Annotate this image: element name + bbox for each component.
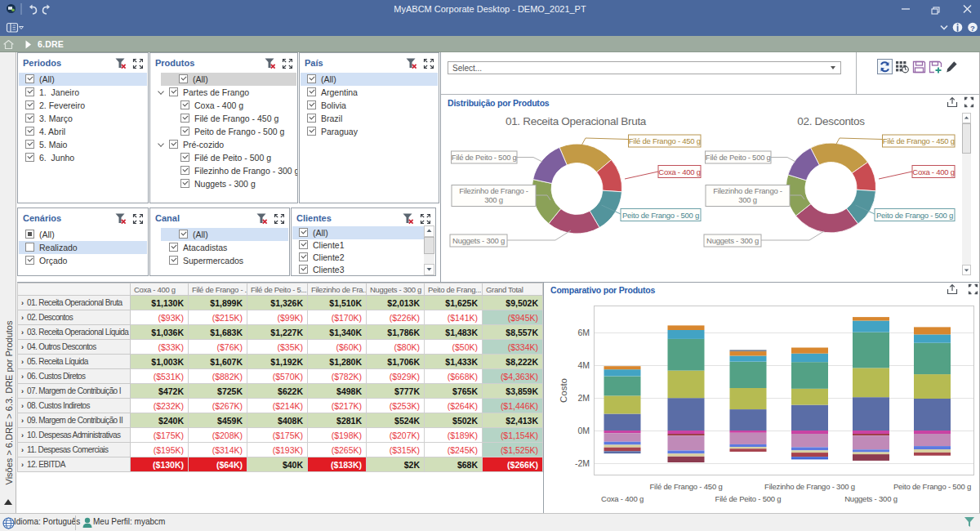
svg-text:Comparativo por Produtos: Comparativo por Produtos (550, 285, 656, 295)
svg-text:Nuggets - 300 g: Nuggets - 300 g (844, 494, 898, 503)
svg-text:Filezinho de Frango - 300 g: Filezinho de Frango - 300 g (764, 482, 855, 491)
svg-text:300 g: 300 g (738, 195, 757, 204)
svg-text:300 g: 300 g (484, 195, 503, 204)
svg-text:Nuggets - 300 g: Nuggets - 300 g (706, 236, 759, 245)
svg-text:01. Receita Operacional Bruta: 01. Receita Operacional Bruta (506, 115, 647, 127)
svg-text:Peito de Frango - 500 g: Peito de Frango - 500 g (893, 482, 971, 491)
svg-text:6M: 6M (577, 328, 590, 337)
svg-text:Filezinho de Frango -: Filezinho de Frango - (713, 186, 782, 195)
svg-text:Costo: Costo (559, 378, 568, 403)
svg-text:Nuggets - 300 g: Nuggets - 300 g (452, 236, 505, 245)
svg-text:?: ? (970, 24, 975, 33)
svg-text:Filé de Frango - 450 g: Filé de Frango - 450 g (629, 136, 701, 145)
svg-text:Filé de Frango - 450 g: Filé de Frango - 450 g (883, 136, 955, 145)
svg-text:Filé de Peito - 500 g: Filé de Peito - 500 g (706, 153, 771, 162)
svg-text:Coxa - 400 g: Coxa - 400 g (658, 167, 700, 176)
svg-text:Coxa - 400 g: Coxa - 400 g (601, 494, 644, 503)
svg-text:Peito de Frango - 500 g: Peito de Frango - 500 g (876, 211, 953, 220)
svg-text:Filezinho de Frango -: Filezinho de Frango - (459, 186, 528, 195)
svg-text:Filé de Peito - 500 g: Filé de Peito - 500 g (452, 153, 517, 162)
svg-text:4M: 4M (577, 360, 590, 370)
svg-text:02. Descontos: 02. Descontos (797, 115, 865, 127)
svg-text:0M: 0M (577, 426, 590, 435)
svg-text:2M: 2M (577, 393, 590, 403)
svg-text:Filé de Peito - 500 g: Filé de Peito - 500 g (715, 494, 782, 503)
svg-text:Peito de Frango - 500 g: Peito de Frango - 500 g (622, 211, 699, 220)
svg-text:Distribuição por Produtos: Distribuição por Produtos (448, 98, 550, 108)
svg-text:-2M: -2M (575, 458, 590, 468)
svg-text:Coxa - 400 g: Coxa - 400 g (912, 167, 954, 176)
svg-text:Filé de Frango - 450 g: Filé de Frango - 450 g (649, 482, 722, 491)
